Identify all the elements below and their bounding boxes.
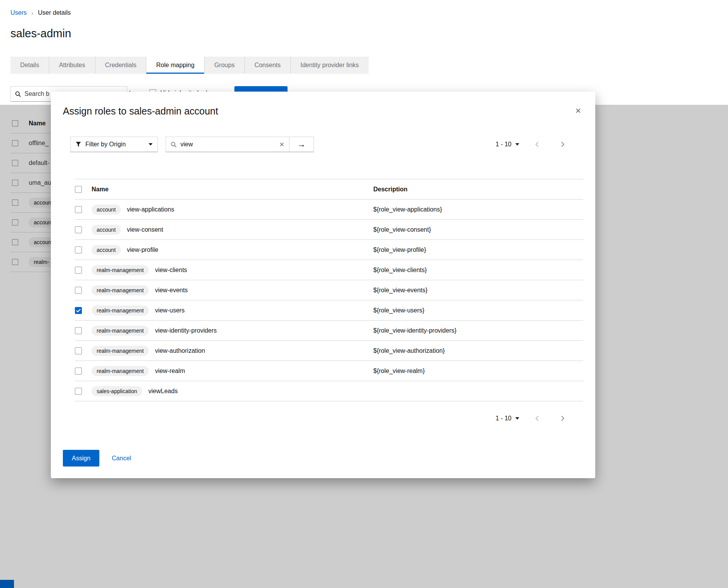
assign-roles-modal: Assign roles to sales-admin account ✕ Fi… [51, 92, 595, 478]
role-checkbox[interactable] [75, 246, 82, 253]
role-description: ${role_view-consent} [373, 226, 431, 233]
search-value: view [180, 141, 276, 148]
role-checkbox[interactable] [75, 368, 82, 375]
modal-role-row: realm-managementview-clients${role_view-… [75, 260, 583, 280]
modal-footer: Assign Cancel [63, 450, 131, 467]
breadcrumb-users-link[interactable]: Users [10, 9, 27, 16]
role-origin-badge: account [92, 205, 121, 215]
role-name: view-authorization [155, 347, 205, 354]
tab-consents[interactable]: Consents [245, 57, 291, 74]
chevron-left-icon [534, 141, 540, 147]
page-header: Users › User details sales-admin Details… [0, 0, 728, 105]
tab-details[interactable]: Details [10, 57, 49, 74]
search-submit-button[interactable]: → [289, 137, 314, 152]
search-icon [15, 91, 21, 97]
modal-role-row: realm-managementview-users${role_view-us… [75, 300, 583, 321]
role-name: view-users [155, 307, 184, 314]
role-name: view-events [155, 287, 187, 294]
chevron-left-icon [534, 415, 540, 421]
role-description: ${role_view-realm} [373, 368, 425, 375]
role-checkbox[interactable] [75, 327, 82, 334]
breadcrumb: Users › User details [10, 9, 71, 16]
chevron-right-icon [560, 141, 565, 147]
pagination-range-dropdown[interactable]: 1 - 10 [496, 141, 519, 148]
breadcrumb-separator-icon: › [31, 10, 33, 16]
role-search-input[interactable]: view ✕ [166, 137, 289, 152]
arrow-right-icon: → [298, 140, 306, 149]
cancel-button[interactable]: Cancel [112, 455, 131, 462]
role-checkbox[interactable] [75, 347, 82, 354]
close-icon[interactable]: ✕ [575, 106, 581, 115]
modal-role-row: realm-managementview-authorization${role… [75, 341, 583, 361]
role-description: ${role_view-users} [373, 307, 425, 314]
tab-identity-provider-links[interactable]: Identity provider links [291, 57, 368, 74]
chevron-down-icon [515, 417, 519, 420]
tab-groups[interactable]: Groups [205, 57, 244, 74]
clear-search-icon[interactable]: ✕ [279, 141, 284, 148]
modal-title: Assign roles to sales-admin account [63, 106, 218, 117]
next-page-button[interactable] [555, 415, 570, 421]
chevron-down-icon [149, 143, 153, 146]
role-origin-badge: realm-management [92, 366, 149, 376]
filter-by-origin-dropdown[interactable]: Filter by Origin [70, 137, 158, 152]
role-origin-badge: account [92, 245, 121, 255]
modal-role-row: sales-applicationviewLeads [75, 381, 583, 401]
role-description: ${role_view-applications} [373, 206, 442, 213]
role-origin-badge: realm-management [92, 285, 149, 295]
role-origin-badge: realm-management [92, 346, 149, 356]
pagination-range-text: 1 - 10 [496, 415, 511, 422]
modal-role-row: accountview-consent${role_view-consent} [75, 220, 583, 240]
tab-role-mapping[interactable]: Role mapping [146, 57, 205, 74]
role-description: ${role_view-authorization} [373, 347, 445, 354]
modal-role-row: realm-managementview-events${role_view-e… [75, 280, 583, 300]
role-checkbox[interactable] [75, 388, 82, 395]
role-description: ${role_view-clients} [373, 267, 427, 274]
assign-button[interactable]: Assign [63, 450, 99, 467]
tab-attributes[interactable]: Attributes [49, 57, 95, 74]
pagination-range-dropdown[interactable]: 1 - 10 [496, 415, 519, 422]
role-origin-badge: realm-management [92, 265, 149, 275]
role-origin-badge: realm-management [92, 326, 149, 336]
pagination-range-text: 1 - 10 [496, 141, 511, 148]
filter-icon [76, 142, 81, 147]
role-name: view-realm [155, 368, 185, 375]
role-origin-badge: account [92, 225, 121, 235]
check-icon [76, 309, 81, 312]
modal-role-row: realm-managementview-identity-providers$… [75, 321, 583, 341]
prev-page-button[interactable] [529, 141, 545, 147]
breadcrumb-current: User details [38, 9, 71, 16]
role-checkbox-checked[interactable] [75, 307, 82, 314]
page-search-text: Search b [24, 90, 49, 97]
prev-page-button[interactable] [529, 415, 545, 421]
roles-table-header: Name Description [75, 179, 583, 199]
select-all-checkbox[interactable] [75, 186, 82, 193]
tabs: DetailsAttributesCredentialsRole mapping… [10, 57, 369, 74]
role-name: view-applications [127, 206, 174, 213]
role-origin-badge: realm-management [92, 305, 149, 316]
role-name: view-identity-providers [155, 327, 217, 334]
modal-table-body: accountview-applications${role_view-appl… [75, 199, 583, 401]
search-icon [171, 142, 177, 147]
role-checkbox[interactable] [75, 226, 82, 233]
role-checkbox[interactable] [75, 267, 82, 274]
filter-label: Filter by Origin [85, 141, 126, 148]
role-name: view-clients [155, 267, 187, 274]
chevron-right-icon [560, 415, 565, 421]
page-title: sales-admin [10, 27, 71, 40]
description-column-header: Description [373, 186, 407, 193]
name-column-header: Name [92, 186, 109, 193]
role-origin-badge: sales-application [92, 386, 142, 396]
role-name: view-consent [127, 226, 163, 233]
pagination-top: 1 - 10 [496, 137, 570, 152]
role-description: ${role_view-profile} [373, 246, 426, 253]
role-description: ${role_view-identity-providers} [373, 327, 456, 334]
role-checkbox[interactable] [75, 287, 82, 294]
role-description: ${role_view-events} [373, 287, 428, 294]
next-page-button[interactable] [555, 141, 570, 147]
tab-credentials[interactable]: Credentials [95, 57, 147, 74]
role-checkbox[interactable] [75, 206, 82, 213]
pagination-bottom: 1 - 10 [496, 411, 570, 426]
role-search-group: view ✕ → [166, 137, 314, 152]
modal-role-row: realm-managementview-realm${role_view-re… [75, 361, 583, 381]
modal-role-row: accountview-profile${role_view-profile} [75, 240, 583, 260]
